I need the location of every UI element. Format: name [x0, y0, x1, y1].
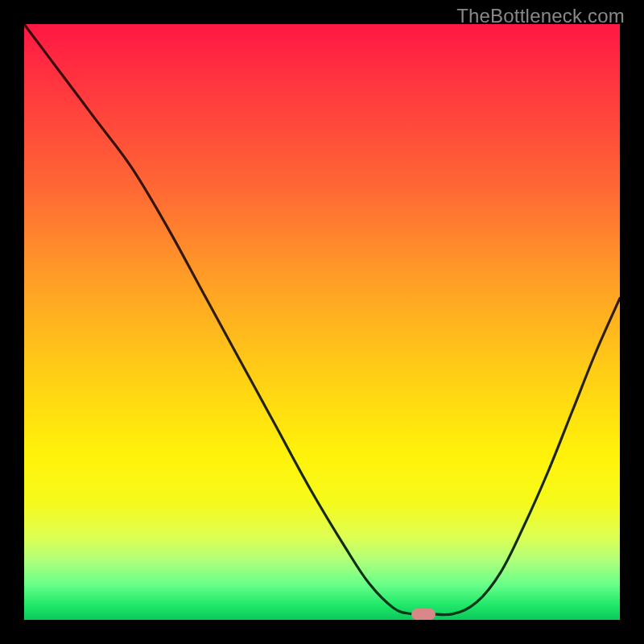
watermark-text: TheBottleneck.com — [456, 5, 625, 27]
bottleneck-curve — [24, 24, 620, 620]
plot-area — [24, 24, 620, 620]
optimal-marker — [411, 609, 436, 620]
chart-frame: TheBottleneck.com — [0, 0, 644, 644]
